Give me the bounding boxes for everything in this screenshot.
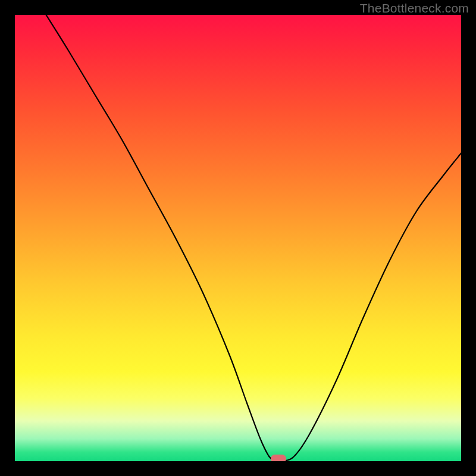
bottleneck-curve-svg (15, 15, 461, 461)
bottleneck-curve-path (46, 15, 462, 461)
plot-area (15, 15, 461, 461)
optimal-point-marker (271, 455, 286, 461)
chart-frame: TheBottleneck.com (0, 0, 476, 476)
watermark-text: TheBottleneck.com (360, 1, 469, 15)
